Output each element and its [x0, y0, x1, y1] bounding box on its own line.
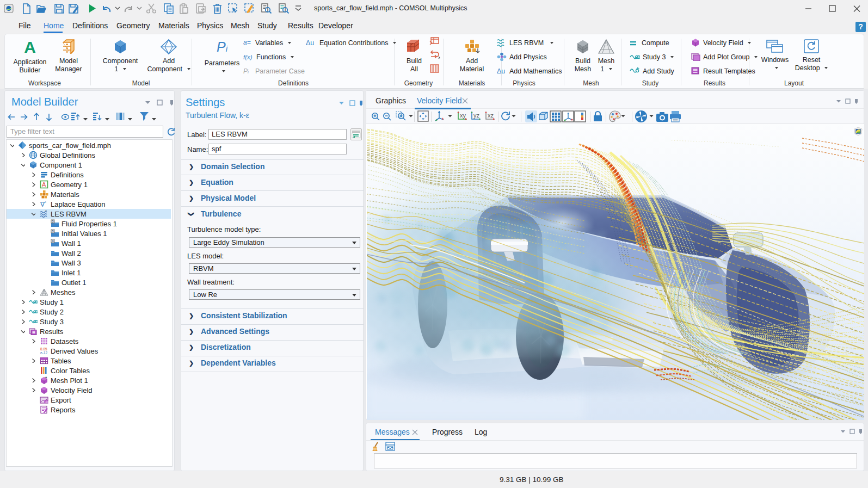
svg-text:D: D: [52, 230, 54, 233]
svg-text:Δu: Δu: [306, 39, 314, 47]
svg-text:A: A: [42, 181, 46, 188]
svg-text:123: 123: [45, 401, 49, 404]
svg-text:D: D: [52, 220, 54, 223]
svg-text:xz: xz: [488, 112, 494, 119]
svg-text:xy: xy: [460, 112, 466, 119]
svg-text:f(x): f(x): [243, 54, 253, 60]
svg-text:8.85: 8.85: [40, 347, 47, 351]
svg-text:Δu: Δu: [497, 67, 505, 75]
svg-text:a=: a=: [243, 39, 251, 46]
svg-text:D: D: [52, 239, 54, 243]
svg-text:Pi: Pi: [243, 67, 249, 75]
svg-text:e-12: e-12: [40, 351, 47, 355]
svg-text:*: *: [45, 209, 47, 214]
svg-text:yz: yz: [473, 112, 479, 119]
svg-text:*: *: [45, 376, 47, 381]
svg-text:*: *: [45, 200, 46, 205]
